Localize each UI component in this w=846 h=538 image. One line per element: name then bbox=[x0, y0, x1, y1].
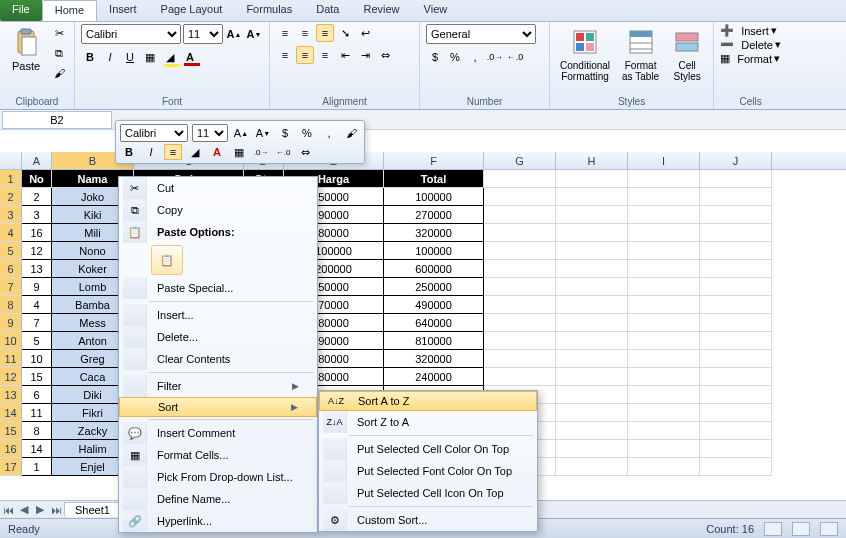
mini-merge[interactable]: ⇔ bbox=[296, 144, 314, 160]
col-header-A[interactable]: A bbox=[22, 152, 52, 169]
mini-bold[interactable]: B bbox=[120, 144, 138, 160]
sort-z-to-a[interactable]: Z↓ASort Z to A bbox=[319, 411, 537, 433]
cell[interactable] bbox=[484, 206, 556, 224]
cell[interactable] bbox=[556, 368, 628, 386]
row-header[interactable]: 6 bbox=[0, 260, 22, 278]
cell[interactable]: 16 bbox=[22, 224, 52, 242]
sheet-tab-1[interactable]: Sheet1 bbox=[64, 502, 121, 517]
border-button[interactable]: ▦ bbox=[141, 48, 159, 66]
row-header[interactable]: 1 bbox=[0, 170, 22, 188]
cell[interactable]: 8 bbox=[22, 422, 52, 440]
cell[interactable]: 2 bbox=[22, 188, 52, 206]
bold-button[interactable]: B bbox=[81, 48, 99, 66]
font-name-select[interactable]: Calibri bbox=[81, 24, 181, 44]
row-header[interactable]: 4 bbox=[0, 224, 22, 242]
cell[interactable]: Total bbox=[384, 170, 484, 188]
underline-button[interactable]: U bbox=[121, 48, 139, 66]
row-header[interactable]: 11 bbox=[0, 350, 22, 368]
cell[interactable]: 100000 bbox=[384, 188, 484, 206]
merge-button[interactable]: ⇔ bbox=[376, 46, 394, 64]
cell[interactable] bbox=[556, 422, 628, 440]
cell[interactable]: 3 bbox=[22, 206, 52, 224]
cell[interactable] bbox=[484, 368, 556, 386]
cell[interactable] bbox=[628, 314, 700, 332]
mini-font-color[interactable]: A bbox=[208, 144, 226, 160]
decrease-indent-button[interactable]: ⇤ bbox=[336, 46, 354, 64]
row-header[interactable]: 16 bbox=[0, 440, 22, 458]
mini-percent[interactable]: % bbox=[298, 125, 316, 141]
cell[interactable] bbox=[484, 332, 556, 350]
cell[interactable] bbox=[556, 296, 628, 314]
ctx-copy[interactable]: ⧉Copy bbox=[119, 199, 317, 221]
cell[interactable]: 10 bbox=[22, 350, 52, 368]
cell[interactable] bbox=[628, 188, 700, 206]
sort-font-color[interactable]: Put Selected Font Color On Top bbox=[319, 460, 537, 482]
tab-file[interactable]: File bbox=[0, 0, 42, 21]
cell[interactable] bbox=[700, 350, 772, 368]
cell[interactable] bbox=[556, 206, 628, 224]
cell[interactable] bbox=[484, 242, 556, 260]
ctx-pick-list[interactable]: Pick From Drop-down List... bbox=[119, 466, 317, 488]
select-all-button[interactable] bbox=[0, 152, 22, 169]
cell[interactable] bbox=[556, 224, 628, 242]
mini-currency[interactable]: $ bbox=[276, 125, 294, 141]
mini-format-painter[interactable]: 🖌 bbox=[342, 125, 360, 141]
ctx-hyperlink[interactable]: 🔗Hyperlink... bbox=[119, 510, 317, 532]
cell[interactable] bbox=[628, 440, 700, 458]
increase-indent-button[interactable]: ⇥ bbox=[356, 46, 374, 64]
align-center-button[interactable]: ≡ bbox=[296, 46, 314, 64]
cell[interactable] bbox=[484, 260, 556, 278]
cell[interactable]: 490000 bbox=[384, 296, 484, 314]
wrap-text-button[interactable]: ↩ bbox=[356, 24, 374, 42]
cell[interactable] bbox=[700, 260, 772, 278]
ctx-insert-comment[interactable]: 💬Insert Comment bbox=[119, 422, 317, 444]
cell[interactable] bbox=[700, 332, 772, 350]
row-header[interactable]: 8 bbox=[0, 296, 22, 314]
percent-button[interactable]: % bbox=[446, 48, 464, 66]
cell[interactable] bbox=[556, 440, 628, 458]
cell[interactable] bbox=[628, 278, 700, 296]
cell[interactable] bbox=[628, 260, 700, 278]
cell[interactable] bbox=[556, 404, 628, 422]
sort-a-to-z[interactable]: A↓ZSort A to Z bbox=[319, 391, 537, 411]
ctx-cut[interactable]: ✂Cut bbox=[119, 177, 317, 199]
cell[interactable] bbox=[700, 296, 772, 314]
tab-formulas[interactable]: Formulas bbox=[234, 0, 304, 21]
ctx-clear-contents[interactable]: Clear Contents bbox=[119, 348, 317, 370]
cell[interactable] bbox=[628, 422, 700, 440]
cell[interactable] bbox=[628, 296, 700, 314]
col-header-H[interactable]: H bbox=[556, 152, 628, 169]
cell[interactable] bbox=[628, 404, 700, 422]
cell-styles-button[interactable]: Cell Styles bbox=[667, 24, 707, 84]
row-header[interactable]: 12 bbox=[0, 368, 22, 386]
paste-button[interactable]: Paste bbox=[6, 24, 46, 74]
sort-custom[interactable]: ⚙Custom Sort... bbox=[319, 509, 537, 531]
align-top-button[interactable]: ≡ bbox=[276, 24, 294, 42]
cell[interactable]: 11 bbox=[22, 404, 52, 422]
mini-comma[interactable]: , bbox=[320, 125, 338, 141]
cell[interactable]: 320000 bbox=[384, 350, 484, 368]
fill-color-button[interactable]: ◢ bbox=[161, 48, 179, 66]
grow-font-button[interactable]: A▲ bbox=[225, 25, 243, 43]
mini-inc-decimal[interactable]: .0→ bbox=[252, 144, 270, 160]
font-size-select[interactable]: 11 bbox=[183, 24, 223, 44]
cell[interactable]: 13 bbox=[22, 260, 52, 278]
increase-decimal-button[interactable]: .0→ bbox=[486, 48, 504, 66]
col-header-J[interactable]: J bbox=[700, 152, 772, 169]
cell[interactable] bbox=[484, 224, 556, 242]
col-header-G[interactable]: G bbox=[484, 152, 556, 169]
row-header[interactable]: 7 bbox=[0, 278, 22, 296]
cells-delete-button[interactable]: ➖ Delete▾ bbox=[720, 38, 781, 51]
row-header[interactable]: 9 bbox=[0, 314, 22, 332]
shrink-font-button[interactable]: A▼ bbox=[245, 25, 263, 43]
cell[interactable] bbox=[700, 314, 772, 332]
cell[interactable] bbox=[628, 458, 700, 476]
ctx-sort[interactable]: Sort▶ bbox=[119, 397, 317, 417]
ctx-format-cells[interactable]: ▦Format Cells... bbox=[119, 444, 317, 466]
sort-cell-color[interactable]: Put Selected Cell Color On Top bbox=[319, 438, 537, 460]
row-header[interactable]: 14 bbox=[0, 404, 22, 422]
tab-home[interactable]: Home bbox=[42, 0, 97, 21]
name-box[interactable] bbox=[2, 111, 112, 129]
font-color-button[interactable]: A bbox=[181, 48, 199, 66]
cell[interactable]: 7 bbox=[22, 314, 52, 332]
